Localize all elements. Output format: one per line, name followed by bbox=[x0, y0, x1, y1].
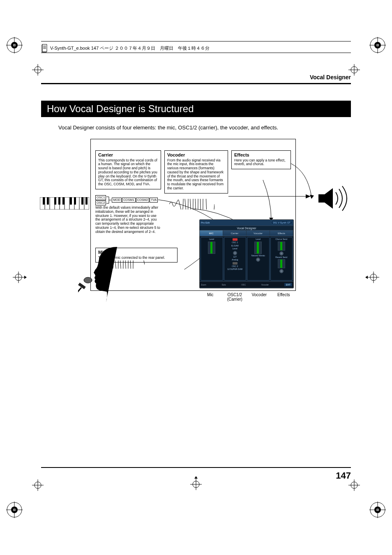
header-strip: V-Synth-GT_e.book 147 ページ ２００７年４月９日 月曜日 … bbox=[41, 44, 351, 53]
osc-note: With the default values immediately afte… bbox=[95, 206, 161, 234]
screen-tab-carrier: Carrier bbox=[223, 230, 247, 236]
bracket-icon bbox=[106, 195, 111, 205]
screen-slot-carrier: OSC 1 61:SAW Level 127 Analog OSC 2 12:S… bbox=[224, 237, 247, 281]
osc-chip-row: OSC1 OSC2 MOD COSM1 COSM2 TVA bbox=[95, 195, 158, 205]
arrow-icon bbox=[259, 180, 275, 221]
svg-marker-72 bbox=[318, 188, 333, 209]
vocoder-box: Vocoder From the audio signal received v… bbox=[164, 150, 228, 193]
screen-tab-effects: Effects bbox=[270, 230, 293, 236]
header-rule bbox=[41, 53, 351, 53]
chip-cosm1: COSM1 bbox=[122, 198, 136, 203]
register-mark-icon bbox=[6, 502, 23, 518]
svg-rect-55 bbox=[81, 197, 83, 205]
chip-osc1: OSC1 bbox=[95, 195, 106, 200]
chip-osc2: OSC2 bbox=[95, 200, 106, 205]
screen-subtitle: Vocal Designer bbox=[200, 226, 293, 230]
section-title: How Vocal Designer is Structured bbox=[41, 101, 351, 117]
screen-top-left: Pro Edit bbox=[201, 221, 210, 224]
carrier-box: Carrier This corresponds to the vocal co… bbox=[95, 150, 161, 189]
svg-rect-52 bbox=[62, 197, 65, 205]
svg-marker-67 bbox=[306, 194, 311, 198]
label-mic: Mic bbox=[198, 292, 223, 302]
header-filename: V-Synth-GT_e.book 147 ページ ２００７年４月９日 月曜日 … bbox=[50, 45, 210, 51]
screen-top-right: 001:V-Synth GT bbox=[271, 221, 292, 224]
svg-rect-48 bbox=[43, 197, 45, 205]
vocoder-title: Vocoder bbox=[167, 152, 225, 158]
screen-tabs: MIC Carrier Vocoder Effects bbox=[200, 230, 293, 236]
screen-tab-vocoder: Vocoder bbox=[247, 230, 270, 236]
screen-slot-mic: Level bbox=[201, 237, 223, 281]
register-mark-icon bbox=[6, 37, 23, 53]
head-rule bbox=[41, 83, 351, 84]
book-icon bbox=[41, 44, 48, 53]
carrier-title: Carrier bbox=[98, 152, 158, 158]
running-head: Vocal Designer bbox=[41, 74, 351, 81]
carrier-body: This corresponds to the vocal cords of a… bbox=[98, 159, 158, 187]
chip-tva: TVA bbox=[150, 198, 158, 203]
screen-tab-mic: MIC bbox=[200, 230, 223, 236]
page-content: Vocal Designer How Vocal Designer is Str… bbox=[41, 74, 351, 481]
register-mark-icon bbox=[369, 502, 386, 518]
effects-box: Effects Here you can apply a tone effect… bbox=[231, 150, 291, 169]
crop-mark-icon bbox=[365, 269, 382, 286]
svg-rect-53 bbox=[70, 197, 72, 205]
screen-labels: Mic OSC1/2 (Carrier) Vocoder Effects bbox=[198, 292, 296, 302]
intro-paragraph: Vocal Designer consists of four elements… bbox=[58, 124, 347, 131]
structure-diagram: Carrier This corresponds to the vocal co… bbox=[90, 139, 345, 311]
svg-marker-27 bbox=[365, 276, 368, 279]
speaker-icon bbox=[314, 184, 351, 213]
label-carrier: OSC1/2 (Carrier) bbox=[223, 292, 247, 302]
vocoder-body: From the audio signal received via the m… bbox=[167, 159, 225, 191]
effects-body: Here you can apply a tone effect, reverb… bbox=[234, 159, 288, 167]
ui-screenshot: Pro Edit 001:V-Synth GT Vocal Designer M… bbox=[199, 219, 294, 288]
face-profile-icon bbox=[78, 245, 123, 302]
svg-rect-56 bbox=[85, 197, 88, 205]
label-effects: Effects bbox=[272, 292, 296, 302]
screen-slot-vocoder: Level Natural Vibrato bbox=[247, 237, 270, 281]
svg-line-79 bbox=[78, 288, 81, 296]
register-mark-icon bbox=[369, 37, 386, 53]
svg-marker-23 bbox=[24, 276, 27, 279]
svg-rect-49 bbox=[47, 197, 49, 205]
header-rule bbox=[41, 41, 351, 41]
label-vocoder: Vocoder bbox=[247, 292, 272, 302]
chip-cosm2: COSM2 bbox=[136, 198, 150, 203]
screen-slot-effects: Chorus Send Reverb Send bbox=[270, 237, 293, 281]
page-number: 147 bbox=[336, 470, 351, 481]
footer-rule bbox=[41, 467, 351, 468]
effects-title: Effects bbox=[234, 152, 288, 158]
crop-mark-icon bbox=[10, 269, 27, 286]
chip-mod: MOD bbox=[112, 198, 122, 203]
keyboard-icon bbox=[40, 197, 89, 210]
svg-rect-78 bbox=[78, 283, 86, 289]
